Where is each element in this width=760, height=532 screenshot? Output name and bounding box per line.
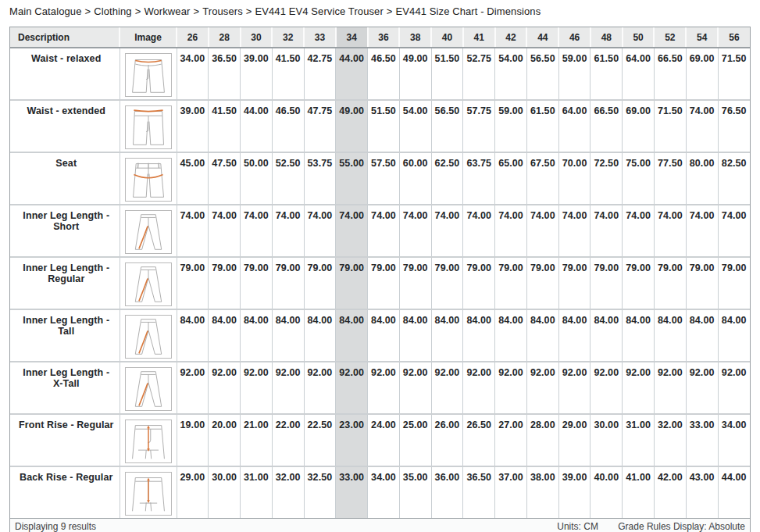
size-column-header[interactable]: 54 xyxy=(686,27,718,48)
breadcrumb-item[interactable]: Trousers xyxy=(202,5,243,17)
trouser-back-rise-icon xyxy=(125,472,172,516)
size-value-cell: 34.00 xyxy=(177,48,209,100)
size-value-cell: 57.50 xyxy=(368,152,400,205)
trouser-inner-leg-icon xyxy=(125,210,172,254)
size-value-cell: 79.00 xyxy=(272,257,304,309)
size-column-header[interactable]: 56 xyxy=(718,27,750,48)
row-description: Inner Leg Length - Short xyxy=(10,205,120,257)
size-value-cell: 47.75 xyxy=(304,100,336,152)
size-value-cell: 74.00 xyxy=(209,205,241,257)
size-value-cell: 32.00 xyxy=(272,466,304,518)
row-image-cell xyxy=(120,100,177,152)
size-value-cell: 34.00 xyxy=(368,466,400,518)
size-value-cell: 39.00 xyxy=(177,100,209,152)
size-column-header[interactable]: 32 xyxy=(272,27,304,48)
size-value-cell: 72.50 xyxy=(591,152,623,205)
table-header-row: Description Image 2628303233343638404142… xyxy=(10,27,750,48)
size-value-cell: 38.00 xyxy=(526,466,558,518)
size-value-cell: 92.00 xyxy=(463,362,495,414)
size-value-cell: 26.50 xyxy=(463,414,495,466)
size-value-cell: 84.00 xyxy=(495,309,527,362)
size-value-cell: 54.00 xyxy=(495,48,527,100)
trouser-seat-icon xyxy=(125,158,172,202)
size-value-cell: 59.00 xyxy=(558,48,591,100)
size-value-cell: 79.00 xyxy=(431,257,463,309)
trouser-inner-leg-icon xyxy=(125,315,172,359)
size-value-cell: 22.50 xyxy=(304,414,336,466)
size-column-header[interactable]: 50 xyxy=(623,27,655,48)
size-column-header[interactable]: 40 xyxy=(431,27,463,48)
size-value-cell: 79.00 xyxy=(177,257,209,309)
size-value-cell: 74.00 xyxy=(526,205,558,257)
size-value-cell: 74.00 xyxy=(686,205,718,257)
size-value-cell: 53.75 xyxy=(304,152,336,205)
size-value-cell: 74.00 xyxy=(368,205,400,257)
size-value-cell: 84.00 xyxy=(591,309,623,362)
size-value-cell: 21.00 xyxy=(241,414,273,466)
size-value-cell: 71.50 xyxy=(718,48,750,100)
size-column-header[interactable]: 30 xyxy=(241,27,273,48)
size-column-header[interactable]: 42 xyxy=(495,27,527,48)
size-column-header[interactable]: 28 xyxy=(209,27,241,48)
breadcrumb-item[interactable]: Main Catalogue xyxy=(9,5,81,17)
size-value-cell: 84.00 xyxy=(368,309,400,362)
breadcrumb-item[interactable]: Workwear xyxy=(144,5,190,17)
size-value-cell: 43.00 xyxy=(686,466,718,518)
breadcrumb: Main Catalogue>Clothing>Workwear>Trouser… xyxy=(9,5,751,17)
size-column-header[interactable]: 44 xyxy=(526,27,558,48)
grade-rules-display: Grade Rules Display: Absolute xyxy=(618,521,745,532)
size-column-header[interactable]: 52 xyxy=(654,27,686,48)
size-column-header[interactable]: 34 xyxy=(336,27,368,48)
size-value-cell: 60.00 xyxy=(399,152,431,205)
size-value-cell: 84.00 xyxy=(526,309,558,362)
results-count: Displaying 9 results xyxy=(15,521,96,532)
size-value-cell: 79.00 xyxy=(368,257,400,309)
size-column-header[interactable]: 36 xyxy=(368,27,400,48)
row-image-cell xyxy=(120,48,177,100)
size-value-cell: 74.00 xyxy=(431,205,463,257)
size-value-cell: 34.00 xyxy=(718,414,750,466)
table-row: Inner Leg Length - Tall84.0084.0084.0084… xyxy=(10,309,750,362)
size-value-cell: 70.00 xyxy=(558,152,591,205)
breadcrumb-item[interactable]: Clothing xyxy=(94,5,132,17)
size-column-header[interactable]: 33 xyxy=(304,27,336,48)
size-value-cell: 57.75 xyxy=(463,100,495,152)
size-value-cell: 92.00 xyxy=(368,362,400,414)
size-value-cell: 92.00 xyxy=(558,362,591,414)
breadcrumb-separator: > xyxy=(132,5,145,17)
size-value-cell: 44.00 xyxy=(336,48,368,100)
size-column-header[interactable]: 46 xyxy=(558,27,591,48)
size-value-cell: 79.00 xyxy=(399,257,431,309)
breadcrumb-item[interactable]: EV441 EV4 Service Trouser xyxy=(255,5,383,17)
size-value-cell: 36.00 xyxy=(431,466,463,518)
size-value-cell: 74.00 xyxy=(558,205,591,257)
size-value-cell: 79.00 xyxy=(623,257,655,309)
size-column-header[interactable]: 26 xyxy=(177,27,209,48)
size-value-cell: 92.00 xyxy=(654,362,686,414)
table-row: Front Rise - Regular19.0020.0021.0022.00… xyxy=(10,414,750,466)
row-description: Seat xyxy=(10,152,120,205)
table-row: Inner Leg Length - X-Tall92.0092.0092.00… xyxy=(10,362,750,414)
size-value-cell: 23.00 xyxy=(336,414,368,466)
size-column-header[interactable]: 48 xyxy=(591,27,623,48)
size-value-cell: 65.00 xyxy=(495,152,527,205)
table-row: Waist - extended39.0041.5044.0046.5047.7… xyxy=(10,100,750,152)
size-value-cell: 39.00 xyxy=(558,466,591,518)
size-value-cell: 35.00 xyxy=(399,466,431,518)
row-image-cell xyxy=(120,257,177,309)
size-value-cell: 22.00 xyxy=(272,414,304,466)
breadcrumb-separator: > xyxy=(190,5,202,17)
size-chart-page: Main Catalogue>Clothing>Workwear>Trouser… xyxy=(0,0,760,532)
size-value-cell: 79.00 xyxy=(558,257,591,309)
size-value-cell: 69.00 xyxy=(686,48,718,100)
size-value-cell: 47.50 xyxy=(209,152,241,205)
size-value-cell: 92.00 xyxy=(177,362,209,414)
size-value-cell: 92.00 xyxy=(591,362,623,414)
size-value-cell: 92.00 xyxy=(526,362,558,414)
size-column-header[interactable]: 41 xyxy=(463,27,495,48)
size-value-cell: 59.00 xyxy=(495,100,527,152)
size-value-cell: 74.00 xyxy=(177,205,209,257)
size-value-cell: 44.00 xyxy=(241,100,273,152)
size-column-header[interactable]: 38 xyxy=(399,27,431,48)
size-value-cell: 51.50 xyxy=(368,100,400,152)
